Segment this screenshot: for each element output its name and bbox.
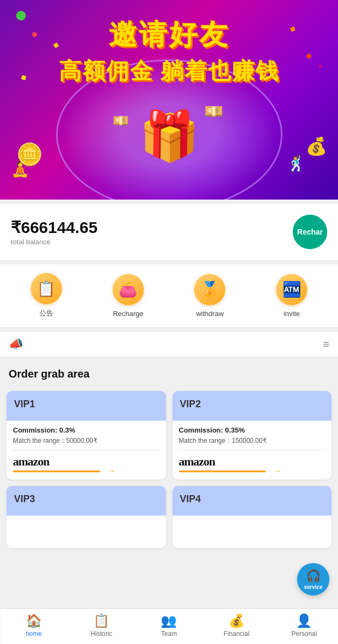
withdraw-icon: 🏅: [194, 274, 225, 305]
amazon-text-2: amazon: [179, 455, 215, 469]
notice-label: 公告: [39, 309, 53, 318]
vip1-header: VIP1: [6, 391, 166, 421]
banner-title2: 高额佣金 躺着也赚钱: [59, 56, 280, 86]
recharge-icon: 👛: [113, 274, 144, 305]
recharge-label: Recharge: [113, 310, 143, 318]
vip2-header: VIP2: [173, 391, 332, 421]
vip1-card[interactable]: VIP1 Commission: 0.3% Match the range：50…: [6, 391, 166, 479]
banner: 邀请好友 高额佣金 躺着也赚钱 🧘 🪙 💰 🕺 🎁 💴 💴: [0, 0, 338, 200]
vip1-range: Match the range：50000.00₹: [13, 436, 160, 446]
vip2-commission: Commission: 0.35%: [179, 426, 326, 434]
vip-grid: VIP1 Commission: 0.3% Match the range：50…: [0, 385, 338, 554]
quick-menu: 📋 公告 👛 Recharge 🏅 withdraw 🏧 invite: [0, 264, 338, 327]
vip1-brand: amazon: [13, 455, 160, 473]
announce-list-icon[interactable]: ≡: [323, 338, 329, 351]
service-fab[interactable]: 🎧 service: [297, 563, 329, 592]
announce-left: 📣: [9, 337, 23, 351]
invite-icon: 🏧: [276, 274, 307, 305]
amazon-arrow-1: [13, 470, 115, 473]
menu-item-notice[interactable]: 📋 公告: [31, 273, 62, 318]
vip3-card[interactable]: VIP3: [6, 486, 166, 548]
announce-icon: 📣: [9, 337, 23, 351]
banner-title1: 邀请好友: [109, 16, 230, 54]
coins-right: 💰: [306, 136, 327, 156]
service-icon: 🎧: [306, 569, 321, 583]
menu-item-invite[interactable]: 🏧 invite: [276, 274, 307, 318]
vip3-header: VIP3: [6, 486, 166, 516]
section-header: Order grab area: [0, 359, 338, 385]
menu-item-withdraw[interactable]: 🏅 withdraw: [194, 274, 225, 318]
vip2-card[interactable]: VIP2 Commission: 0.35% Match the range：1…: [173, 391, 332, 479]
amazon-arrow-2: [179, 470, 281, 473]
vip4-body: [173, 516, 332, 548]
vip2-range: Match the range：150000.00₹: [179, 436, 326, 446]
gift-illustration: 🎁 💴 💴: [121, 102, 218, 189]
vip1-body: Commission: 0.3% Match the range：50000.0…: [6, 421, 166, 479]
vip4-header: VIP4: [173, 486, 332, 516]
vip2-body: Commission: 0.35% Match the range：150000…: [173, 421, 332, 479]
announcement-bar: 📣 ≡: [0, 331, 338, 357]
balance-label: total balance: [11, 238, 98, 246]
vip3-body: [6, 516, 166, 548]
section-title: Order grab area: [9, 368, 329, 380]
person-right: 🕺: [287, 155, 306, 173]
green-dot: [16, 11, 26, 20]
balance-info: ₹666144.65 total balance: [11, 218, 98, 246]
amazon-text-1: amazon: [13, 455, 49, 469]
vip2-brand: amazon: [179, 455, 326, 473]
coins-left: 🪙: [16, 142, 43, 167]
vip1-commission: Commission: 0.3%: [13, 426, 160, 434]
vip4-card[interactable]: VIP4: [173, 486, 332, 548]
balance-amount: ₹666144.65: [11, 218, 98, 237]
vip2-divider: [179, 450, 326, 450]
invite-label: invite: [284, 310, 300, 318]
balance-section: ₹666144.65 total balance Rechar: [0, 204, 338, 260]
withdraw-label: withdraw: [196, 310, 224, 318]
vip1-divider: [13, 450, 160, 450]
menu-item-recharge[interactable]: 👛 Recharge: [113, 274, 144, 318]
recharge-button[interactable]: Rechar: [293, 215, 327, 249]
notice-icon: 📋: [31, 273, 62, 304]
service-label: service: [304, 584, 322, 590]
